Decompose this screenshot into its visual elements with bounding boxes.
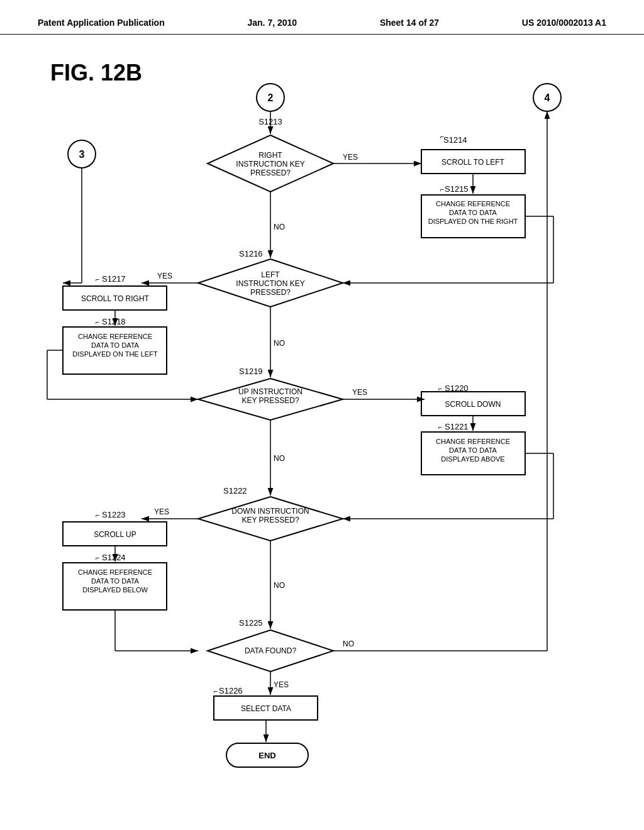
- diamond2-line1: LEFT: [261, 270, 280, 279]
- step-s1215: S1215: [445, 184, 469, 194]
- end-label: END: [258, 751, 275, 760]
- step-s1216: S1216: [239, 249, 263, 258]
- diamond3-line1: UP INSTRUCTION: [238, 387, 303, 396]
- no-label-d4: NO: [274, 581, 285, 590]
- step-s1223: S1223: [102, 510, 126, 519]
- no-label-d1: NO: [274, 223, 285, 231]
- s1215-brace: ⌐: [440, 185, 444, 193]
- step-s1226: S1226: [219, 686, 243, 695]
- diamond2-line3: PRESSED?: [250, 288, 291, 297]
- yes-label-d4: YES: [154, 507, 169, 516]
- s1223-brace: ⌐: [96, 511, 99, 519]
- diamond1-line1: RIGHT: [258, 151, 282, 160]
- yes-label-d3: YES: [352, 388, 367, 397]
- s1218-brace: ⌐: [96, 318, 99, 326]
- s1217-brace: ⌐: [96, 275, 99, 283]
- date-label: Jan. 7, 2010: [248, 18, 297, 28]
- change-above-line2: DATA TO DATA: [449, 446, 497, 454]
- change-left-line1: CHANGE REFERENCE: [78, 333, 152, 340]
- publication-label: Patent Application Publication: [38, 18, 165, 28]
- diamond2-line2: INSTRUCTION KEY: [236, 279, 304, 288]
- change-left-line2: DATA TO DATA: [91, 341, 139, 349]
- change-above-line1: CHANGE REFERENCE: [436, 438, 510, 445]
- change-below-line3: DISPLAYED BELOW: [82, 586, 148, 594]
- select-data-label: SELECT DATA: [241, 704, 291, 713]
- change-right-line2: DATA TO DATA: [449, 209, 497, 216]
- yes-label-d1: YES: [343, 153, 358, 162]
- step-s1224: S1224: [102, 553, 126, 562]
- change-above-line3: DISPLAYED ABOVE: [441, 455, 504, 463]
- connector-3-label: 3: [79, 149, 85, 160]
- change-below-line2: DATA TO DATA: [91, 577, 139, 585]
- scroll-left-label: SCROLL TO LEFT: [441, 158, 504, 167]
- diamond1-line2: INSTRUCTION KEY: [236, 160, 304, 169]
- connector-4-label: 4: [545, 92, 550, 103]
- scroll-up-label: SCROLL UP: [94, 530, 136, 539]
- page: Patent Application Publication Jan. 7, 2…: [0, 0, 644, 830]
- s1226-brace: ⌐: [214, 687, 218, 695]
- diagram-area: FIG. 12B 2 3 4 S1213: [0, 35, 644, 808]
- yes-label-d5: YES: [274, 680, 289, 689]
- diamond1-line3: PRESSED?: [250, 169, 291, 177]
- change-left-line3: DISPLAYED ON THE LEFT: [72, 350, 158, 358]
- diamond5-label: DATA FOUND?: [245, 646, 297, 655]
- no-label-d5: NO: [343, 639, 354, 648]
- change-below-line1: CHANGE REFERENCE: [78, 568, 152, 576]
- s1221-brace: ⌐: [438, 423, 442, 431]
- diamond4-line1: DOWN INSTRUCTION: [231, 507, 309, 516]
- step-s1221: S1221: [445, 422, 469, 431]
- change-right-line3: DISPLAYED ON THE RIGHT: [428, 218, 518, 225]
- page-header: Patent Application Publication Jan. 7, 2…: [0, 0, 644, 35]
- diamond3-line2: KEY PRESSED?: [242, 396, 299, 405]
- scroll-down-label: SCROLL DOWN: [445, 400, 501, 409]
- no-label-d2: NO: [274, 339, 285, 348]
- step-s1222: S1222: [223, 486, 247, 495]
- patent-number-label: US 2010/0002013 A1: [522, 18, 606, 28]
- scroll-right-label: SCROLL TO RIGHT: [81, 294, 149, 303]
- s1224-brace: ⌐: [96, 554, 99, 562]
- yes-label-d2: YES: [157, 272, 172, 280]
- sheet-label: Sheet 14 of 27: [380, 18, 439, 28]
- change-right-line1: CHANGE REFERENCE: [436, 200, 510, 208]
- flowchart-svg: 2 3 4 S1213 RIGHT INSTRUCTION KEY PRESSE…: [0, 35, 644, 808]
- no-label-d3: NO: [274, 454, 285, 463]
- connector-2-label: 2: [268, 92, 274, 103]
- step-s1225: S1225: [239, 618, 263, 628]
- step-s1217: S1217: [102, 274, 126, 284]
- s1214-brace: ⌐: [440, 133, 444, 140]
- step-s1218: S1218: [102, 317, 126, 326]
- step-s1214: S1214: [443, 135, 467, 145]
- diamond4-line2: KEY PRESSED?: [242, 516, 299, 524]
- step-s1219: S1219: [239, 367, 263, 376]
